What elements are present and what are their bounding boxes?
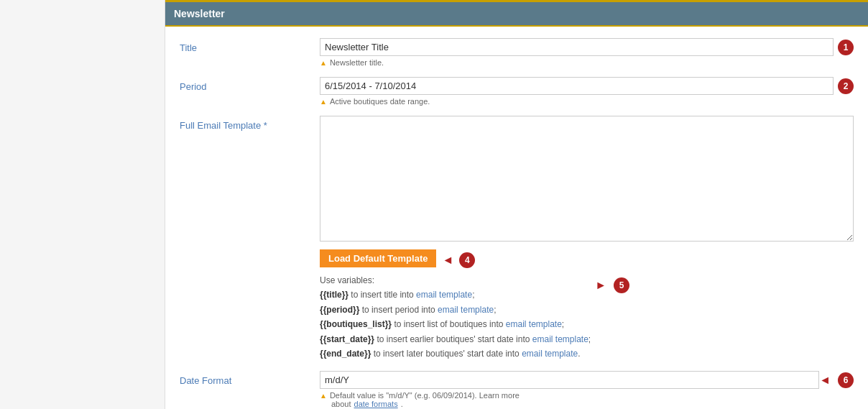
var-start-date: {{start_date}}	[320, 334, 374, 344]
annotation-6-wrapper: ◄ 6	[819, 372, 854, 388]
date-format-row: Date Format ◄ 6 ▲ Default value is "m/d/…	[180, 371, 854, 408]
annotation-4: 4	[459, 252, 475, 268]
left-sidebar	[0, 0, 165, 409]
template-label-text: Full Email Template	[180, 120, 261, 131]
email-template-link-1[interactable]: email template	[416, 290, 472, 300]
date-format-hint2-period: .	[401, 400, 403, 408]
var-boutiques-list: {{boutiques_list}}	[320, 319, 392, 329]
date-format-hint: ▲ Default value is "m/d/Y" (e.g. 06/09/2…	[320, 391, 854, 400]
var-line-2: {{period}} to insert period into email t…	[320, 303, 591, 317]
var-boutiques-text: to insert list of boutiques into email t…	[394, 319, 564, 329]
var-period-text: to insert period into email template;	[362, 305, 497, 315]
page-wrapper: Newsletter Title 1 ▲ Newsletter title.	[0, 0, 868, 409]
email-template-link-2[interactable]: email template	[438, 305, 494, 315]
period-input[interactable]	[320, 77, 834, 95]
email-template-link-3[interactable]: email template	[506, 319, 562, 329]
period-hint-text: Active boutiques date range.	[330, 97, 430, 106]
date-format-hint2: about date formats .	[320, 400, 854, 408]
annotation-6: 6	[838, 372, 854, 388]
panel-title: Newsletter	[174, 8, 225, 19]
template-textarea[interactable]	[320, 116, 854, 242]
var-line-3: {{boutiques_list}} to insert list of bou…	[320, 317, 591, 331]
arrow-4: ◄	[442, 254, 453, 267]
email-template-link-4[interactable]: email template	[532, 334, 588, 344]
title-input-row: 1	[320, 38, 854, 56]
period-hint: ▲ Active boutiques date range.	[320, 97, 854, 106]
annotation-2: 2	[838, 78, 854, 94]
annotation-1: 1	[838, 40, 854, 55]
panel-header: Newsletter	[165, 2, 868, 27]
email-template-link-5[interactable]: email template	[522, 349, 578, 359]
annotation-5-wrapper: ► 5	[595, 277, 629, 293]
template-row: Full Email Template * Load Default Templ…	[180, 116, 854, 361]
date-format-hint2-about: about	[331, 400, 351, 408]
date-format-hint-text: Default value is "m/d/Y" (e.g. 06/09/201…	[330, 391, 520, 400]
title-field: 1 ▲ Newsletter title.	[320, 38, 854, 67]
period-hint-arrow: ▲	[320, 98, 327, 106]
date-format-input-row: ◄ 6	[320, 371, 854, 389]
title-label: Title	[180, 38, 320, 53]
template-field: Load Default Template ◄ 4 Use variables:…	[320, 116, 854, 361]
date-format-hint-arrow: ▲	[320, 392, 327, 400]
var-title: {{title}}	[320, 290, 348, 300]
template-required: *	[264, 120, 267, 131]
variables-block: Use variables: {{title}} to insert title…	[320, 273, 591, 361]
var-line-1: {{title}} to insert title into email tem…	[320, 288, 591, 302]
title-hint-arrow: ▲	[320, 59, 327, 67]
var-line-4: {{start_date}} to insert earlier boutiqu…	[320, 332, 591, 346]
period-row: Period 2 ▲ Active boutiques date range.	[180, 77, 854, 106]
var-line-5: {{end_date}} to insert later boutiques' …	[320, 346, 591, 361]
period-field: 2 ▲ Active boutiques date range.	[320, 77, 854, 106]
form-area: Title 1 ▲ Newsletter title. Period	[165, 27, 868, 409]
title-hint-text: Newsletter title.	[330, 58, 384, 67]
date-format-label: Date Format	[180, 371, 320, 386]
load-btn-row: Load Default Template ◄ 4	[320, 247, 854, 273]
period-label: Period	[180, 77, 320, 92]
main-content: Newsletter Title 1 ▲ Newsletter title.	[165, 0, 868, 409]
title-row: Title 1 ▲ Newsletter title.	[180, 38, 854, 67]
template-label: Full Email Template *	[180, 116, 320, 131]
var-end-date-text: to insert later boutiques' start date in…	[374, 349, 581, 359]
date-format-input[interactable]	[320, 371, 819, 389]
annotation-4-wrapper: ◄ 4	[442, 252, 475, 268]
var-title-text: to insert title into email template;	[351, 290, 474, 300]
load-default-template-button[interactable]: Load Default Template	[320, 249, 436, 267]
var-start-date-text: to insert earlier boutiques' start date …	[377, 334, 591, 344]
var-end-date: {{end_date}}	[320, 349, 371, 359]
title-hint: ▲ Newsletter title.	[320, 58, 854, 67]
annotation-5: 5	[614, 277, 629, 293]
variables-row: Use variables: {{title}} to insert title…	[320, 273, 854, 361]
date-format-field: ◄ 6 ▲ Default value is "m/d/Y" (e.g. 06/…	[320, 371, 854, 408]
period-input-row: 2	[320, 77, 854, 95]
arrow-5: ►	[595, 279, 606, 292]
title-input[interactable]	[320, 38, 834, 56]
date-formats-link[interactable]: date formats	[354, 400, 398, 408]
variables-intro: Use variables:	[320, 273, 591, 288]
arrow-6: ◄	[819, 374, 831, 387]
var-period: {{period}}	[320, 305, 359, 315]
